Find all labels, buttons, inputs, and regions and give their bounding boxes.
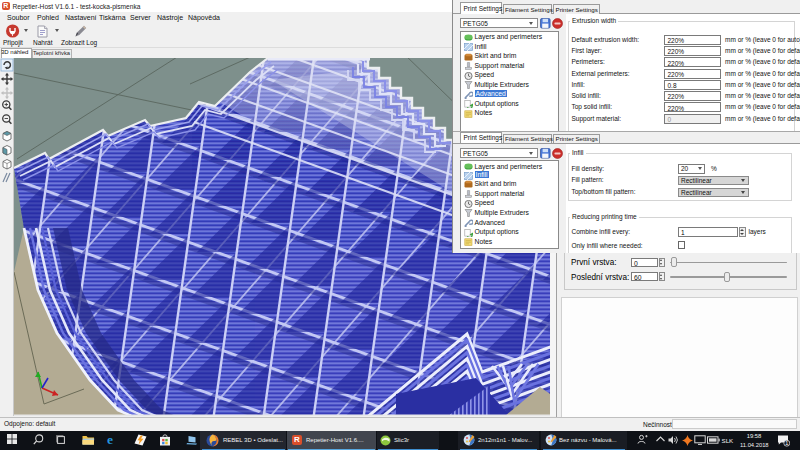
svg-text:1: 1 [785,440,788,446]
